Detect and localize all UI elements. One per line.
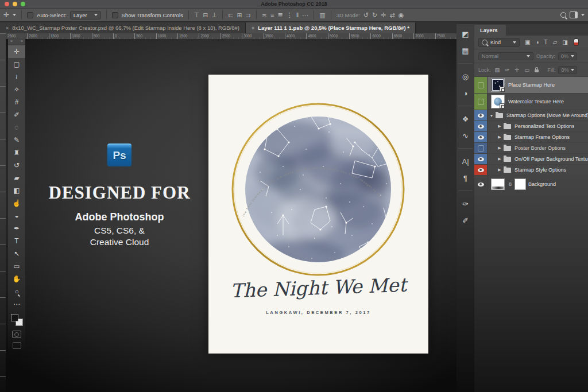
pen-tool[interactable]: ✒ [8,222,25,235]
group-row-personalized-text[interactable]: ▶ Personalized Text Options [474,121,588,132]
distribute-vertical-centers-icon[interactable]: ≡ [270,12,274,18]
type-tool[interactable]: T [8,235,25,247]
search-icon[interactable] [560,12,566,18]
filter-kind-dropdown[interactable]: Kind [478,38,520,47]
chevron-open-icon[interactable]: ▼ [488,114,496,118]
quick-selection-tool[interactable]: ✧ [8,83,25,96]
libraries-panel-icon[interactable]: ◎ [462,71,469,81]
history-brush-tool[interactable]: ↺ [8,159,25,172]
layer-visibility-toggle[interactable] [474,176,488,193]
lock-all-icon[interactable] [535,69,539,72]
dodge-tool[interactable]: ◒ [8,209,25,222]
3d-camera-icon[interactable]: ◉ [399,12,404,18]
path-selection-tool[interactable]: ↖ [8,247,25,260]
maximize-window-button[interactable] [21,2,25,6]
lasso-tool[interactable]: ≀ [8,71,25,83]
chevron-closed-icon[interactable]: ▶ [496,124,504,129]
show-transform-controls-checkbox[interactable] [112,12,118,18]
group-row-paper-background[interactable]: ▶ On/Off Paper Background Texture [474,154,588,165]
paths-panel-icon[interactable]: ∿ [462,130,469,141]
minimize-window-button[interactable] [13,2,17,6]
layer-visibility-toggle[interactable] [474,110,488,121]
filter-smart-objects-icon[interactable]: ◨ [562,39,567,45]
align-horizontal-centers-icon[interactable]: ⊞ [237,12,242,18]
layer-thumbnail[interactable] [491,78,505,92]
adjustments-panel-icon[interactable]: ◑ [463,88,468,98]
layer-row-watercolor-texture[interactable]: Watercolor Texture Here [474,94,588,110]
opacity-field[interactable]: 0% [558,52,577,60]
document-tab-layer-psb[interactable]: × Layer 111 1 1.psb @ 20,5% (Place Starm… [246,22,416,33]
chevron-closed-icon[interactable]: ▶ [496,168,504,172]
tool-preset-caret-icon[interactable] [13,14,16,16]
filter-type-layers-icon[interactable]: T [544,39,548,45]
quick-mask-button[interactable] [12,331,21,338]
edit-toolbar-button[interactable]: ⋯ [8,298,25,311]
workspace-switcher-icon[interactable] [570,11,578,18]
layer-row-background[interactable]: 8 Background [474,176,588,193]
layer-visibility-toggle[interactable] [474,165,488,175]
3d-pan-icon[interactable]: ✛ [381,12,386,18]
brush-settings-panel-icon[interactable]: ✑ [462,199,469,209]
3d-orbit-icon[interactable]: ↺ [363,12,369,18]
color-panel-icon[interactable]: ◩ [462,29,469,39]
group-row-starmap-options[interactable]: ▼ Starmap Options (Move Me Around) [474,110,588,121]
close-window-button[interactable] [5,2,9,6]
auto-select-checkbox[interactable] [27,12,33,18]
group-row-poster-border[interactable]: ▶ Poster Border Options [474,143,588,154]
tools-palette-header[interactable]: × » [8,38,25,44]
lock-artboard-icon[interactable]: ▭ [524,67,529,73]
lock-transparency-icon[interactable]: ▨ [495,67,500,73]
layer-visibility-toggle[interactable] [474,121,488,131]
move-tool[interactable]: ✛ [8,45,25,58]
distribute-right-edges-icon[interactable]: ⋯ [302,12,308,18]
layer-mask-thumbnail[interactable] [514,178,526,190]
document-canvas[interactable]: × » ✛ ▢ ≀ ✧ # ✐ ◌ ✎ ♜ ↺ ▰ ◧ ☝ ◒ ✒ T ↖ ▭ … [6,39,457,392]
workspace-caret-icon[interactable] [581,14,585,16]
distribute-bottom-edges-icon[interactable]: ≣ [277,12,283,18]
eraser-tool[interactable]: ▰ [8,172,25,184]
layer-visibility-toggle[interactable] [474,143,488,153]
filter-pixel-layers-icon[interactable]: ▣ [525,39,530,45]
distribute-left-edges-icon[interactable]: ⋮ [287,12,293,18]
chevron-closed-icon[interactable]: ▶ [496,157,504,161]
layer-visibility-toggle[interactable] [474,77,488,93]
character-panel-icon[interactable]: A| [462,156,469,166]
layer-filtering-toggle[interactable] [574,38,579,46]
blend-mode-dropdown[interactable]: Normal [478,52,533,60]
auto-align-layers-icon[interactable]: ▥ [319,12,325,18]
smudge-tool[interactable]: ☝ [8,197,25,209]
chevron-closed-icon[interactable]: ▶ [496,135,504,139]
rectangle-tool[interactable]: ▭ [8,260,25,273]
layer-thumbnail[interactable] [491,178,505,190]
group-row-starmap-frame[interactable]: ▶ Starmap Frame Options [474,132,588,143]
hand-tool[interactable]: ✋ [8,273,25,285]
layer-row-place-starmap[interactable]: Place Starmap Here [474,77,588,94]
3d-roll-icon[interactable]: ↻ [372,12,377,18]
3d-slide-icon[interactable]: ⇄ [389,12,394,18]
fill-field[interactable]: 0% [558,66,577,74]
filter-adjustment-layers-icon[interactable]: ◑ [535,39,539,45]
zoom-tool[interactable]: ○ [8,285,25,298]
paragraph-panel-icon[interactable]: ¶ [463,173,467,183]
clone-stamp-tool[interactable]: ♜ [8,146,25,159]
crop-tool[interactable]: # [8,96,25,108]
layer-visibility-toggle[interactable] [474,154,488,164]
align-right-edges-icon[interactable]: ⊐ [246,12,251,18]
close-tab-icon[interactable]: × [6,25,9,31]
swatches-panel-icon[interactable]: ▦ [462,45,469,56]
eyedropper-tool[interactable]: ✐ [8,108,25,121]
styles-panel-icon[interactable]: ❖ [462,114,469,124]
layer-visibility-toggle[interactable] [474,94,488,110]
gradient-tool[interactable]: ◧ [8,184,25,197]
align-bottom-edges-icon[interactable]: ⊥ [212,12,218,18]
screen-mode-button[interactable] [13,342,21,349]
lock-position-icon[interactable]: ✛ [514,67,519,73]
lock-pixels-icon[interactable]: ✑ [505,67,510,73]
collapse-tools-icon[interactable]: × [10,39,13,43]
close-tab-icon[interactable]: × [252,25,254,31]
auto-select-dropdown[interactable]: Layer [70,11,101,20]
brushes-panel-icon[interactable]: ✐ [462,215,469,226]
layer-visibility-toggle[interactable] [474,132,488,142]
document-tab-starmap-psd[interactable]: × 8x10_WC_Starmap Poster Creator.psd @ 6… [0,22,246,33]
chevron-closed-icon[interactable]: ▶ [496,146,504,150]
